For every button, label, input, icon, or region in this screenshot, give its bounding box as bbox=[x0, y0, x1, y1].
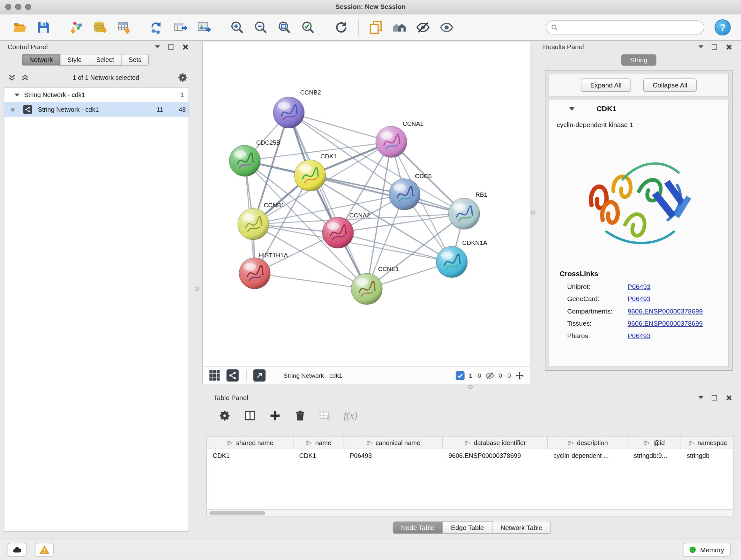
network-node-ccna2[interactable] bbox=[322, 217, 354, 248]
network-node-cdk1[interactable] bbox=[294, 160, 326, 191]
expand-all-button[interactable]: Expand All bbox=[581, 78, 631, 91]
panel-close-icon[interactable] bbox=[725, 395, 731, 401]
network-canvas[interactable]: CCNB2CCNA1CDC25BCDK1CDC6RB1CCNB1CCNA2CDK… bbox=[203, 42, 531, 366]
home-button[interactable] bbox=[390, 17, 409, 37]
crosslink-link[interactable]: P06493 bbox=[628, 332, 651, 340]
network-label: String Network - cdk1 bbox=[38, 106, 98, 113]
gene-expander-icon[interactable] bbox=[569, 107, 575, 111]
delete-column-trash-icon[interactable] bbox=[293, 409, 307, 422]
crosslink-link[interactable]: P06493 bbox=[628, 295, 651, 303]
network-node-hist1h1a[interactable] bbox=[239, 258, 270, 289]
crosslink-link[interactable]: 9606.ENSP00000378699 bbox=[628, 320, 703, 327]
help-button[interactable]: ? bbox=[715, 19, 731, 36]
table-row[interactable]: CDK1CDK1P064939606.ENSP00000378699cyclin… bbox=[207, 449, 734, 462]
column-header-shared-name[interactable]: shared name bbox=[207, 436, 293, 449]
tab-edge-table[interactable]: Edge Table bbox=[443, 522, 492, 534]
network-node-cdc25b[interactable] bbox=[229, 145, 260, 177]
column-header-canonical-name[interactable]: canonical name bbox=[344, 436, 443, 449]
import-network-file-button[interactable] bbox=[67, 17, 86, 37]
selected-checkbox-icon[interactable] bbox=[456, 371, 465, 380]
panel-menu-icon[interactable] bbox=[698, 396, 703, 399]
pan-crosshair-icon[interactable] bbox=[515, 371, 524, 380]
column-header-namespac[interactable]: namespac bbox=[681, 436, 734, 449]
import-network-database-button[interactable] bbox=[91, 17, 110, 37]
tab-select[interactable]: Select bbox=[89, 54, 121, 66]
hide-details-button[interactable] bbox=[414, 17, 432, 37]
crosslink-link[interactable]: 9606.ENSP00000378699 bbox=[628, 307, 703, 315]
zoom-selected-button[interactable] bbox=[299, 17, 318, 37]
panel-float-icon[interactable] bbox=[712, 395, 717, 400]
network-collection-row[interactable]: String Network - cdk1 1 bbox=[4, 87, 189, 102]
table-horizontal-scrollbar[interactable] bbox=[207, 509, 734, 516]
panel-close-icon[interactable] bbox=[725, 44, 731, 50]
collapse-all-button[interactable]: Collapse All bbox=[643, 78, 697, 91]
network-edge[interactable] bbox=[289, 112, 367, 289]
network-node-ccnb2[interactable] bbox=[273, 97, 305, 128]
search-input[interactable] bbox=[561, 21, 704, 34]
column-header-description[interactable]: description bbox=[548, 436, 628, 449]
right-splitter-handle[interactable] bbox=[531, 210, 536, 214]
zoom-in-button[interactable] bbox=[228, 17, 247, 37]
import-table-button[interactable] bbox=[114, 17, 133, 37]
new-network-from-selection-button[interactable] bbox=[147, 17, 166, 37]
column-header--id[interactable]: @id bbox=[628, 436, 681, 449]
network-node-ccne1[interactable] bbox=[351, 273, 382, 305]
zoom-fit-button[interactable] bbox=[275, 17, 294, 37]
save-session-button[interactable] bbox=[34, 17, 53, 37]
crosslink-link[interactable]: P06493 bbox=[628, 283, 651, 291]
gene-card-header[interactable]: CDK1 bbox=[549, 100, 728, 117]
tab-node-table[interactable]: Node Table bbox=[393, 522, 443, 534]
cloud-status-button[interactable] bbox=[8, 543, 26, 557]
network-node-ccna1[interactable] bbox=[376, 126, 407, 158]
panel-float-icon[interactable] bbox=[712, 44, 717, 49]
protein-structure-image bbox=[578, 135, 699, 261]
export-network-button[interactable] bbox=[171, 17, 190, 37]
show-columns-icon[interactable] bbox=[244, 409, 257, 422]
column-header-label: description bbox=[577, 439, 608, 446]
search-box[interactable] bbox=[546, 20, 704, 35]
expand-all-icon[interactable] bbox=[21, 73, 29, 82]
network-edge[interactable] bbox=[289, 112, 391, 142]
column-header-database-identifier[interactable]: database identifier bbox=[443, 436, 548, 449]
panel-menu-icon[interactable] bbox=[155, 45, 160, 48]
network-row-selected[interactable]: String Network - cdk1 11 48 bbox=[4, 102, 189, 117]
memory-button[interactable]: Memory bbox=[683, 543, 731, 557]
panel-menu-icon[interactable] bbox=[698, 45, 703, 48]
refresh-view-button[interactable] bbox=[332, 17, 351, 37]
collection-expander-icon[interactable] bbox=[15, 93, 19, 96]
results-panel-title: Results Panel bbox=[543, 43, 584, 51]
left-splitter-handle[interactable] bbox=[195, 287, 199, 291]
network-options-gear-icon[interactable] bbox=[178, 72, 188, 83]
network-node-rb1[interactable] bbox=[448, 198, 480, 230]
network-node-ccnb1[interactable] bbox=[238, 208, 269, 240]
column-header-name[interactable]: name bbox=[293, 436, 344, 449]
tab-network-table[interactable]: Network Table bbox=[492, 522, 551, 534]
copy-document-button[interactable] bbox=[366, 17, 385, 37]
panel-float-icon[interactable] bbox=[168, 44, 173, 49]
network-edge[interactable] bbox=[255, 273, 367, 289]
panel-close-icon[interactable] bbox=[182, 44, 188, 50]
network-node-cdkn1a[interactable] bbox=[436, 246, 468, 278]
hidden-eye-slash-icon[interactable] bbox=[485, 371, 494, 380]
network-node-cdc6[interactable] bbox=[389, 179, 420, 210]
add-column-icon[interactable] bbox=[268, 409, 281, 422]
warnings-button[interactable] bbox=[35, 543, 54, 557]
network-view[interactable]: CCNB2CCNA1CDC25BCDK1CDC6RB1CCNB1CCNA2CDK… bbox=[202, 42, 530, 384]
hidden-node-edge-counts: 0 - 0 bbox=[498, 372, 511, 379]
open-session-button[interactable] bbox=[10, 17, 29, 37]
collapse-all-icon[interactable] bbox=[8, 73, 16, 82]
table-settings-gear-icon[interactable] bbox=[218, 409, 231, 422]
tab-network[interactable]: Network bbox=[22, 54, 60, 66]
open-in-browser-icon[interactable] bbox=[253, 369, 266, 382]
show-details-button[interactable] bbox=[437, 17, 456, 37]
horizontal-splitter-handle[interactable] bbox=[468, 385, 473, 389]
tab-style[interactable]: Style bbox=[60, 54, 89, 66]
scrollbar-thumb[interactable] bbox=[209, 511, 265, 515]
tab-sets[interactable]: Sets bbox=[122, 54, 149, 66]
export-image-button[interactable] bbox=[195, 17, 213, 37]
delete-table-icon-disabled bbox=[319, 409, 332, 422]
zoom-out-button[interactable] bbox=[252, 17, 270, 37]
birdseye-grid-icon[interactable] bbox=[208, 369, 221, 382]
tab-string[interactable]: String bbox=[621, 54, 656, 66]
string-view-icon[interactable] bbox=[226, 369, 239, 382]
